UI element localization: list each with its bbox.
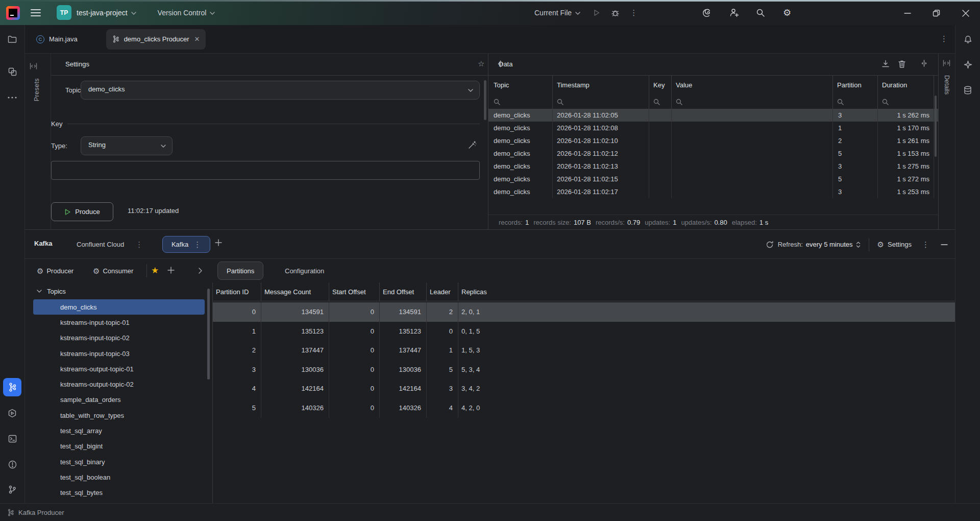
data-scrollbar[interactable] [935, 96, 937, 157]
topic-item[interactable]: test_sql_boolean [25, 469, 213, 485]
col-header-partition-id[interactable]: Partition ID [213, 282, 261, 301]
chevron-right-icon[interactable] [199, 268, 202, 274]
tab-options-button[interactable]: ⋮ [940, 34, 948, 43]
tab-partitions[interactable]: Partitions [217, 262, 263, 280]
filter-partition[interactable] [833, 94, 878, 109]
tab-demo-clicks-producer[interactable]: demo_clicks Producer ✕ [106, 29, 206, 50]
partition-row[interactable]: 1135123013512300, 1, 5 [213, 322, 955, 341]
restore-button[interactable] [922, 2, 951, 25]
project-tool-button[interactable] [3, 30, 21, 49]
col-header-partition[interactable]: Partition [833, 76, 878, 94]
col-header-start-offset[interactable]: Start Offset [329, 282, 380, 301]
database-tool-button[interactable] [959, 81, 977, 99]
produce-button[interactable]: Produce [51, 202, 113, 221]
kafka-tool-button[interactable] [3, 378, 21, 396]
close-window-button[interactable] [951, 2, 980, 25]
ai-chat-tool-button[interactable] [959, 55, 977, 74]
data-table-row[interactable]: demo_clicks2026-01-28 11:02:0531 s 262 m… [488, 109, 938, 122]
favorite-star-icon[interactable]: ☆ [478, 59, 484, 68]
producer-scrollbar[interactable] [484, 80, 486, 120]
col-header-leader[interactable]: Leader [427, 282, 458, 301]
search-everywhere-button[interactable] [751, 4, 770, 22]
hide-tool-window-button[interactable] [941, 244, 948, 245]
kafka-settings-button[interactable]: Settings [888, 241, 912, 248]
new-producer-button[interactable]: ⚙ Producer [37, 259, 74, 282]
tool-window-options-button[interactable]: ⋮ [922, 240, 929, 249]
key-value-input[interactable] [51, 161, 480, 180]
filter-topic[interactable] [488, 94, 553, 109]
col-header-duration[interactable]: Duration [878, 76, 934, 94]
data-table-row[interactable]: demo_clicks2026-01-28 11:02:1021 s 261 m… [488, 134, 938, 147]
filter-key[interactable] [649, 94, 672, 109]
filter-value[interactable] [672, 94, 833, 109]
new-consumer-button[interactable]: ⚙ Consumer [93, 259, 133, 282]
topic-item[interactable]: kstreams-input-topic-01 [25, 315, 213, 330]
partition-row[interactable]: 0134591013459122, 0, 1 [213, 302, 955, 322]
topics-scrollbar[interactable] [207, 289, 210, 380]
main-menu-button[interactable] [31, 9, 41, 16]
connection-options-button[interactable]: ⋮ [135, 240, 143, 249]
add-connection-icon[interactable] [215, 239, 222, 246]
run-configuration-selector[interactable]: Current File [534, 9, 572, 17]
topic-item[interactable]: kstreams-output-topic-02 [25, 376, 213, 392]
partition-row[interactable]: 2137447013744711, 5, 3 [213, 341, 955, 360]
tab-configuration[interactable]: Configuration [276, 262, 333, 280]
ai-assistant-button[interactable] [698, 4, 717, 22]
notifications-button[interactable] [959, 30, 977, 49]
col-header-timestamp[interactable]: Timestamp [553, 76, 649, 94]
generate-value-wand-icon[interactable] [468, 140, 477, 149]
close-tab-icon[interactable]: ✕ [194, 35, 200, 43]
topic-item[interactable]: kstreams-input-topic-03 [25, 346, 213, 361]
minimize-button[interactable] [893, 2, 922, 25]
data-table-row[interactable]: demo_clicks2026-01-28 11:02:1251 s 153 m… [488, 147, 938, 160]
vcs-widget[interactable]: Version Control [158, 9, 207, 17]
problems-tool-button[interactable] [3, 455, 21, 473]
topic-dropdown[interactable]: demo_clicks [81, 81, 480, 100]
filter-timestamp[interactable] [553, 94, 649, 109]
project-avatar[interactable]: TP [57, 5, 71, 20]
structure-tool-button[interactable] [3, 62, 21, 81]
data-table-row[interactable]: demo_clicks2026-01-28 11:02:0811 s 170 m… [488, 122, 938, 134]
partition-row[interactable]: 5140326014032644, 2, 0 [213, 398, 955, 418]
partition-row[interactable]: 3130036013003655, 3, 4 [213, 360, 955, 380]
more-actions-button[interactable]: ⋮ [630, 8, 638, 17]
topic-item[interactable]: test_sql_binary [25, 454, 213, 469]
terminal-tool-button[interactable] [3, 430, 21, 448]
more-tools-button[interactable] [3, 88, 21, 107]
refresh-interval-selector[interactable]: every 5 minutes [806, 241, 853, 248]
topic-item[interactable]: test_sql_bytes [25, 485, 213, 501]
favorites-filter-star-icon[interactable]: ★ [151, 265, 159, 276]
connection-tab-confluent-cloud[interactable]: Confluent Cloud ⋮ [77, 236, 143, 253]
code-with-me-button[interactable] [725, 4, 743, 22]
topic-item[interactable]: test_sql_bigint [25, 439, 213, 454]
col-header-key[interactable]: Key [649, 76, 672, 94]
topic-item[interactable]: table_with_row_types [25, 408, 213, 423]
data-table-row[interactable]: demo_clicks2026-01-28 11:02:1731 s 253 m… [488, 185, 938, 198]
git-tool-button[interactable] [3, 480, 21, 499]
add-topic-icon[interactable] [167, 267, 175, 274]
connection-tab-kafka[interactable]: Kafka ⋮ [162, 236, 210, 253]
connection-options-button[interactable]: ⋮ [193, 240, 201, 249]
project-selector[interactable]: test-java-project [77, 9, 128, 17]
export-download-icon[interactable] [881, 60, 890, 68]
topic-item[interactable]: kstreams-input-topic-02 [25, 330, 213, 346]
col-header-message-count[interactable]: Message Count [261, 282, 329, 301]
key-type-dropdown[interactable]: String [81, 136, 173, 155]
col-header-topic[interactable]: Topic [488, 76, 553, 94]
debug-button[interactable] [611, 9, 620, 17]
presets-strip[interactable]: Presets [25, 54, 51, 229]
topic-item[interactable]: kstreams-output-topic-01 [25, 361, 213, 376]
partition-row[interactable]: 4142164014216433, 4, 2 [213, 379, 955, 398]
filter-duration[interactable] [878, 94, 934, 109]
details-strip[interactable]: Details [938, 54, 955, 229]
trash-icon[interactable] [898, 60, 906, 68]
services-tool-button[interactable] [3, 404, 21, 422]
topic-item[interactable]: demo_clicks [33, 299, 205, 315]
data-table-row[interactable]: demo_clicks2026-01-28 11:02:1551 s 272 m… [488, 173, 938, 185]
topics-tree-root[interactable]: Topics [25, 284, 213, 298]
topic-item[interactable]: sample_data_orders [25, 392, 213, 408]
col-header-replicas[interactable]: Replicas [458, 282, 955, 301]
split-view-icon[interactable] [920, 60, 928, 67]
col-header-value[interactable]: Value [672, 76, 833, 94]
data-table-row[interactable]: demo_clicks2026-01-28 11:02:1331 s 275 m… [488, 160, 938, 173]
